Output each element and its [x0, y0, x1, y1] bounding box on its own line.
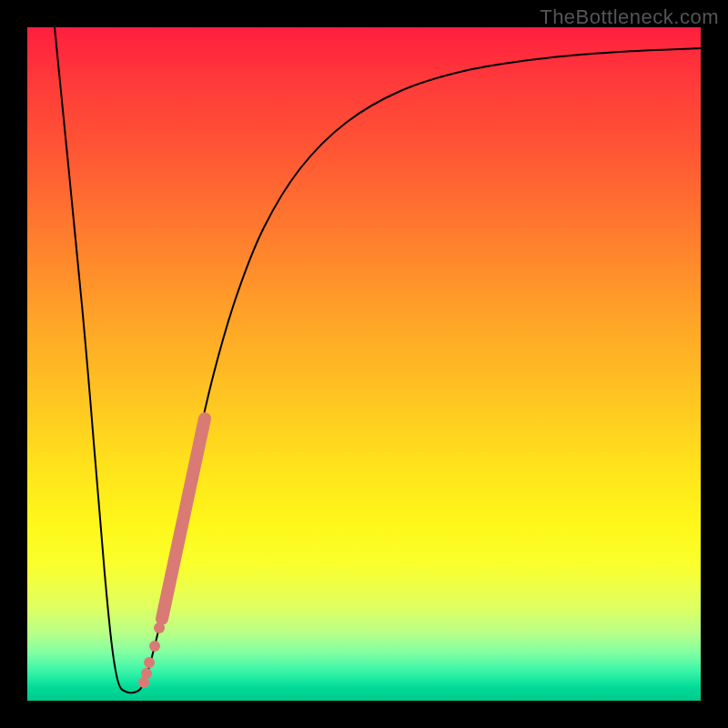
highlight-dot: [144, 657, 155, 668]
highlight-dot: [149, 641, 160, 652]
plot-area: [27, 27, 701, 701]
bottleneck-curve: [55, 27, 701, 693]
watermark-text: TheBottleneck.com: [540, 5, 719, 29]
chart-frame: TheBottleneck.com: [0, 0, 728, 728]
curve-svg: [27, 27, 701, 701]
highlight-segment: [162, 419, 205, 619]
highlight-dot: [138, 677, 149, 688]
highlight-dot: [154, 622, 165, 633]
